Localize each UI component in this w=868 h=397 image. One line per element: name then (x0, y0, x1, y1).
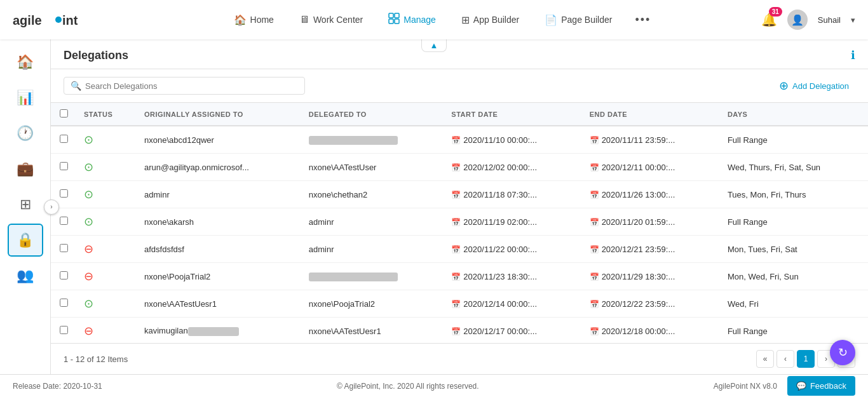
delegated-to-cell: adminr (301, 208, 444, 236)
status-cell: ⊙ (76, 126, 137, 154)
status-active-icon: ⊙ (84, 215, 93, 229)
row-checkbox[interactable] (60, 162, 68, 170)
status-cell: ⊙ (76, 208, 137, 236)
nav-home-label: Home (250, 15, 274, 25)
sidebar-item-grid[interactable]: ⊞ (8, 188, 43, 221)
add-delegation-circle-icon: ⊕ (779, 79, 789, 93)
svg-rect-3 (389, 13, 393, 18)
status-cell: ⊖ (76, 318, 137, 344)
sidebar-item-clock[interactable]: 🕐 (8, 117, 43, 150)
calendar-icon: 📅 (451, 136, 461, 145)
select-all-checkbox[interactable] (60, 109, 68, 118)
start-date-cell: 📅2020/12/17 00:00:... (444, 318, 581, 344)
refresh-fab-button[interactable]: ↻ (830, 340, 855, 365)
feedback-button[interactable]: 💬 Feedback (787, 376, 855, 396)
calendar-icon: 📅 (590, 218, 599, 227)
status-cell: ⊖ (76, 236, 137, 263)
pagination-page-1[interactable]: 1 (797, 350, 815, 368)
calendar-icon: 📅 (590, 327, 599, 336)
delegated-to-value: nxone\AATestUser (309, 163, 377, 172)
row-checkbox[interactable] (60, 271, 68, 279)
delegated-to-cell (301, 263, 444, 290)
end-date-cell: 📅2020/12/11 00:00:... (582, 154, 720, 181)
header-end-date: END DATE (582, 103, 720, 126)
panel-info-icon[interactable]: ℹ (851, 48, 855, 62)
row-checkbox-cell[interactable] (51, 263, 76, 290)
delegated-to-cell: adminr (301, 236, 444, 263)
delegated-to-cell: nxone\AATestUser (301, 154, 444, 181)
end-date-cell: 📅2020/11/29 18:30:... (582, 263, 720, 290)
delegated-to-cell (301, 126, 444, 154)
nav-item-appbuilder[interactable]: ⊞ App Builder (451, 9, 529, 31)
row-checkbox-cell[interactable] (51, 154, 76, 181)
row-checkbox[interactable] (60, 299, 68, 307)
row-checkbox-cell[interactable] (51, 290, 76, 318)
row-checkbox-cell[interactable] (51, 236, 76, 263)
row-checkbox-cell[interactable] (51, 126, 76, 154)
search-box[interactable]: 🔍 (64, 77, 305, 95)
end-date-cell: 📅2020/12/18 00:00:... (582, 318, 720, 344)
sidebar-item-briefcase[interactable]: 💼 (8, 152, 43, 185)
header-checkbox-col (51, 103, 76, 126)
start-date-cell: 📅2020/12/02 00:00:... (444, 154, 581, 181)
main-layout: 🏠 📊 🕐 💼 ⊞ 🔒 👥 › Delegations ℹ 🔍 ⊕ Add De… (0, 39, 868, 374)
status-active-icon: ⊙ (84, 160, 93, 174)
days-cell: Full Range (720, 126, 868, 154)
row-checkbox-cell[interactable] (51, 318, 76, 344)
calendar-icon: 📅 (451, 218, 461, 227)
collapse-nav-tab[interactable]: ▲ (421, 39, 447, 52)
originally-assigned-cell: nxone\PoojaTrial2 (137, 263, 301, 290)
sidebar-item-chart[interactable]: 📊 (8, 81, 43, 114)
pagination-first[interactable]: « (756, 350, 774, 368)
svg-text:int: int (62, 13, 78, 27)
status-cell: ⊙ (76, 181, 137, 208)
logo[interactable]: agile int (13, 8, 95, 31)
nav-item-home[interactable]: 🏠 Home (224, 9, 284, 31)
top-navigation: agile int 🏠 Home 🖥 Work Center Manage (0, 0, 868, 39)
nav-item-manage[interactable]: Manage (378, 8, 446, 32)
nav-item-pagebuilder[interactable]: 📄 Page Builder (534, 9, 622, 31)
status-active-icon: ⊙ (84, 187, 93, 201)
table-header-row: STATUS ORIGINALLY ASSIGNED TO DELEGATED … (51, 103, 868, 126)
row-checkbox[interactable] (60, 189, 68, 198)
nav-more-button[interactable]: ••• (627, 8, 658, 32)
delegated-to-value: nxone\PoojaTrial2 (309, 299, 375, 309)
row-checkbox[interactable] (60, 217, 68, 225)
user-avatar[interactable]: 👤 (787, 10, 808, 30)
days-cell: Full Range (720, 208, 868, 236)
user-dropdown-arrow[interactable]: ▾ (851, 15, 855, 25)
header-originally-assigned: ORIGINALLY ASSIGNED TO (137, 103, 301, 126)
row-checkbox[interactable] (60, 326, 68, 334)
pagination-prev[interactable]: ‹ (776, 350, 794, 368)
sidebar-expand-button[interactable]: › (44, 199, 59, 215)
sidebar-item-users[interactable]: 👥 (8, 259, 43, 292)
nav-item-workcenter[interactable]: 🖥 Work Center (289, 9, 373, 30)
sidebar-item-lock[interactable]: 🔒 (8, 224, 43, 257)
originally-assigned-cell: nxone\abcd12qwer (137, 126, 301, 154)
row-checkbox[interactable] (60, 135, 68, 143)
panel-title: Delegations (64, 49, 128, 62)
user-name[interactable]: Suhail (818, 15, 841, 25)
search-input[interactable] (85, 81, 298, 91)
add-delegation-button[interactable]: ⊕ Add Delegation (773, 76, 855, 96)
status-cell: ⊙ (76, 154, 137, 181)
originally-assigned-cell: nxone\AATestUesr1 (137, 290, 301, 318)
svg-rect-6 (395, 19, 399, 24)
svg-text:agile: agile (13, 13, 42, 27)
panel-header: Delegations ℹ (51, 39, 868, 69)
nav-appbuilder-label: App Builder (473, 15, 519, 25)
start-date-cell: 📅2020/11/22 00:00:... (444, 236, 581, 263)
notification-bell[interactable]: 🔔 31 (761, 12, 777, 27)
calendar-icon: 📅 (451, 300, 461, 309)
calendar-icon: 📅 (451, 327, 461, 336)
pagebuilder-nav-icon: 📄 (545, 14, 557, 26)
row-checkbox[interactable] (60, 244, 68, 252)
delegated-to-cell: nxone\PoojaTrial2 (301, 290, 444, 318)
start-date-cell: 📅2020/11/18 07:30:... (444, 181, 581, 208)
calendar-icon: 📅 (451, 245, 461, 254)
days-cell: Mon, Wed, Fri, Sun (720, 263, 868, 290)
delegated-to-cell: nxone\AATestUesr1 (301, 318, 444, 344)
sidebar-item-home[interactable]: 🏠 (8, 46, 43, 79)
workcenter-nav-icon: 🖥 (299, 14, 309, 25)
nav-workcenter-label: Work Center (313, 15, 363, 25)
